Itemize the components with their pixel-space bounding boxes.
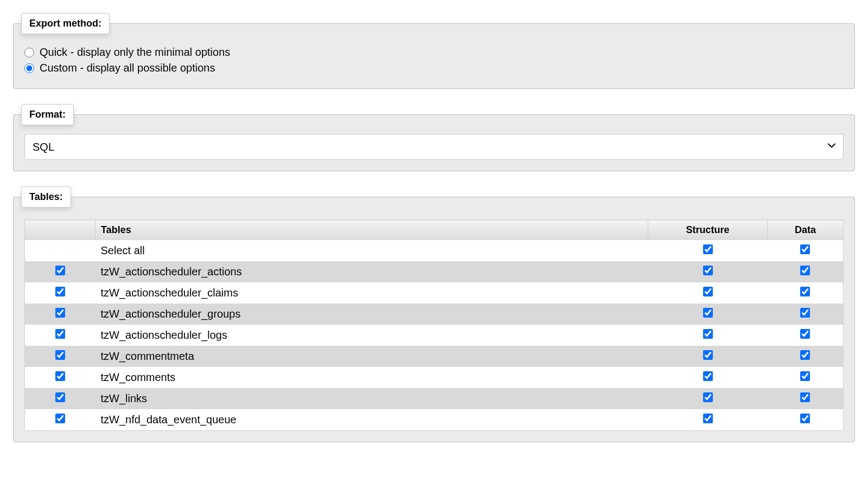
tables-header-tables: Tables [95, 220, 648, 241]
row-data-checkbox[interactable] [800, 414, 810, 423]
table-row: tzW_actionscheduler_groups [25, 304, 844, 325]
export-method-quick-row: Quick - display only the minimal options [24, 46, 844, 59]
format-select-wrap: SQL [24, 134, 844, 160]
row-select-checkbox[interactable] [55, 308, 65, 318]
row-select-checkbox[interactable] [55, 287, 65, 296]
export-method-legend: Export method: [21, 13, 110, 34]
tables-header-structure: Structure [648, 220, 768, 241]
row-select-checkbox[interactable] [55, 329, 65, 339]
export-method-quick-label[interactable]: Quick - display only the minimal options [40, 46, 230, 59]
export-method-quick-radio[interactable] [24, 48, 34, 57]
row-select-checkbox[interactable] [55, 371, 65, 381]
table-row: tzW_nfd_data_event_queue [25, 409, 844, 431]
row-data-checkbox[interactable] [800, 350, 810, 360]
tables-legend: Tables: [21, 186, 71, 208]
row-table-name[interactable]: tzW_commentmeta [95, 346, 648, 367]
export-method-custom-row: Custom - display all possible options [24, 62, 844, 74]
table-row: tzW_commentmeta [25, 346, 844, 367]
export-method-custom-radio[interactable] [24, 63, 34, 73]
table-row: tzW_actionscheduler_claims [25, 282, 844, 304]
tables-panel: Tables: Tables Structure Data Select all… [13, 186, 855, 442]
row-structure-checkbox[interactable] [703, 392, 713, 402]
row-table-name[interactable]: tzW_links [95, 388, 648, 409]
row-table-name[interactable]: tzW_actionscheduler_claims [95, 282, 648, 304]
tables-header-data: Data [768, 220, 844, 241]
tables-header-blank [25, 220, 95, 241]
tables-body: Select all tzW_actionscheduler_actionstz… [25, 240, 844, 431]
table-row: tzW_links [25, 388, 844, 409]
table-row: tzW_actionscheduler_logs [25, 325, 844, 346]
select-all-data-checkbox[interactable] [800, 244, 810, 254]
row-structure-checkbox[interactable] [703, 287, 713, 296]
export-method-custom-label[interactable]: Custom - display all possible options [40, 62, 215, 74]
table-row: tzW_actionscheduler_actions [25, 261, 844, 282]
row-structure-checkbox[interactable] [703, 329, 713, 339]
select-all-label[interactable]: Select all [95, 240, 648, 261]
row-data-checkbox[interactable] [800, 392, 810, 402]
row-select-checkbox[interactable] [55, 350, 65, 360]
select-all-structure-checkbox[interactable] [703, 244, 713, 254]
format-panel: Format: SQL [13, 104, 855, 171]
row-select-checkbox[interactable] [55, 392, 65, 402]
row-table-name[interactable]: tzW_actionscheduler_logs [95, 325, 648, 346]
row-select-checkbox[interactable] [55, 414, 65, 423]
row-table-name[interactable]: tzW_actionscheduler_actions [95, 261, 648, 282]
select-all-row: Select all [25, 240, 844, 261]
row-table-name[interactable]: tzW_comments [95, 367, 648, 388]
tables-header-row: Tables Structure Data [25, 220, 844, 241]
tables-grid: Tables Structure Data Select all tzW_act… [24, 220, 844, 431]
table-row: tzW_comments [25, 367, 844, 388]
select-all-empty-cell [25, 240, 95, 261]
row-data-checkbox[interactable] [800, 371, 810, 381]
export-method-panel: Export method: Quick - display only the … [13, 13, 855, 89]
row-data-checkbox[interactable] [800, 329, 810, 339]
row-structure-checkbox[interactable] [703, 350, 713, 360]
row-data-checkbox[interactable] [800, 308, 810, 318]
row-structure-checkbox[interactable] [703, 308, 713, 318]
format-select[interactable]: SQL [24, 134, 844, 160]
row-structure-checkbox[interactable] [703, 371, 713, 381]
row-table-name[interactable]: tzW_actionscheduler_groups [95, 304, 648, 325]
row-data-checkbox[interactable] [800, 266, 810, 275]
row-data-checkbox[interactable] [800, 287, 810, 296]
row-structure-checkbox[interactable] [703, 266, 713, 275]
format-legend: Format: [21, 104, 74, 125]
row-table-name[interactable]: tzW_nfd_data_event_queue [95, 409, 648, 431]
row-select-checkbox[interactable] [55, 266, 65, 275]
row-structure-checkbox[interactable] [703, 414, 713, 423]
